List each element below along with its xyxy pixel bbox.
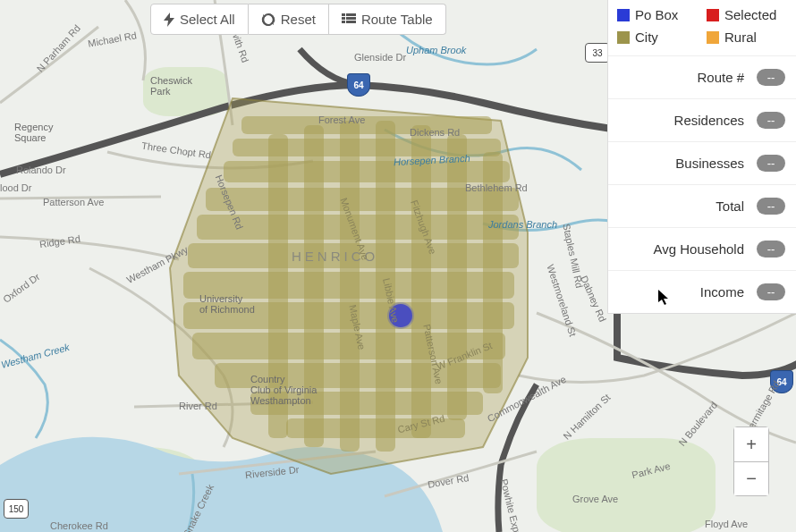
shield-33: 33 (585, 43, 610, 63)
stat-label: Residences (619, 113, 744, 128)
stat-businesses: Businesses -- (608, 142, 796, 185)
table-icon (342, 13, 356, 26)
route-table-button[interactable]: Route Table (329, 4, 446, 35)
road-floyd: Floyd Ave (705, 519, 748, 529)
map-center-marker (389, 304, 412, 327)
reset-button[interactable]: Reset (249, 4, 329, 35)
place-regency: Regency Square (14, 122, 53, 143)
map-toolbar: Select All Reset Route Table (150, 4, 446, 35)
stat-route: Route # -- (608, 56, 796, 99)
svg-rect-5 (346, 21, 356, 23)
road-powhite: Powhite Expy (498, 477, 523, 532)
legend-item-pobox: Po Box (617, 7, 698, 22)
zoom-out-button[interactable]: − (734, 461, 768, 495)
road-westmoreland: Westmoreland St (545, 263, 578, 338)
road-glenside: Glenside Dr (354, 52, 406, 63)
road-threechopt: Three Chopt Rd (141, 140, 212, 161)
shield-150: 150 (4, 499, 29, 519)
zoom-in-button[interactable]: + (734, 427, 768, 461)
svg-rect-4 (342, 21, 345, 23)
swatch-rural (707, 31, 719, 44)
road-staples: Staples Mill Rd (561, 223, 585, 289)
shield-i64: 64 (347, 73, 370, 97)
road-dover: Dover Rd (427, 472, 470, 490)
legend-item-rural: Rural (707, 30, 787, 45)
svg-rect-0 (342, 13, 345, 16)
reset-label: Reset (281, 12, 316, 27)
stat-value: -- (757, 69, 785, 86)
shield-i64: 64 (770, 370, 793, 393)
swatch-selected (707, 9, 719, 21)
water-westham: Westham Creek (0, 342, 71, 370)
select-all-label: Select All (180, 12, 235, 27)
stat-residences: Residences -- (608, 99, 796, 142)
legend-item-city: City (617, 30, 698, 45)
legend-label: Po Box (635, 7, 678, 22)
svg-rect-1 (346, 13, 356, 16)
road-dabney: Dabney Rd (579, 274, 608, 323)
stat-income: Income -- (608, 271, 796, 313)
water-upham: Upham Brook (406, 45, 466, 55)
stat-total: Total -- (608, 185, 796, 228)
stat-household: Avg Household -- (608, 228, 796, 271)
swatch-city (617, 31, 630, 44)
stat-label: Businesses (619, 156, 744, 171)
road-ridge: Ridge Rd (38, 233, 80, 249)
stat-value: -- (757, 155, 785, 172)
road-oxford: Oxford Dr (1, 271, 42, 305)
legend-label: Rural (724, 30, 757, 45)
stat-value: -- (757, 198, 785, 215)
stat-label: Route # (619, 70, 744, 85)
stat-value: -- (757, 283, 785, 300)
stat-label: Income (619, 284, 744, 300)
road-riverside: Riverside Dr (245, 464, 300, 480)
road-parham: N Parham Rd (35, 22, 83, 74)
svg-rect-2 (342, 17, 345, 20)
route-table-label: Route Table (361, 12, 433, 27)
road-hamilton: N Hamilton St (561, 392, 612, 442)
stat-label: Total (619, 198, 744, 214)
road-river: River Rd (179, 401, 217, 411)
stat-value: -- (757, 112, 785, 129)
info-panel: Po Box Selected City Rural Route # -- Re… (607, 0, 796, 314)
legend: Po Box Selected City Rural (608, 0, 796, 56)
zoom-control: + − (733, 426, 769, 496)
refresh-icon (261, 13, 275, 27)
road-rolando: Rolando Dr (16, 165, 66, 175)
stat-value: -- (757, 241, 785, 258)
stat-label: Avg Household (619, 241, 744, 257)
road-westham: Westham Pkwy (125, 244, 190, 285)
svg-rect-3 (346, 17, 356, 20)
road-lood: lood Dr (0, 182, 31, 193)
select-all-button[interactable]: Select All (150, 4, 249, 35)
legend-label: City (635, 30, 658, 45)
road-michael: Michael Rd (87, 30, 137, 48)
swatch-pobox (617, 9, 630, 21)
legend-item-selected: Selected (707, 7, 787, 22)
road-patterson: Patterson Ave (43, 197, 104, 207)
legend-label: Selected (724, 7, 776, 22)
bolt-icon (164, 13, 174, 27)
